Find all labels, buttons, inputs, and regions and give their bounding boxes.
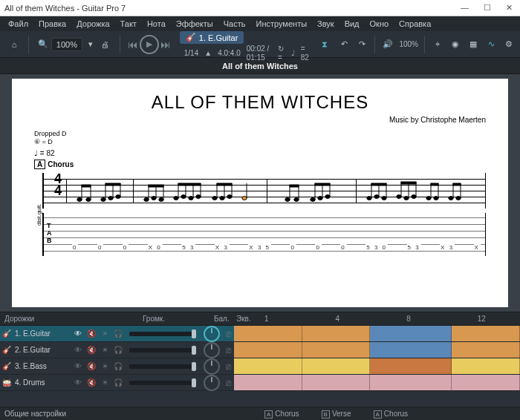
solo-icon[interactable]: ☀: [98, 329, 111, 338]
headphone-icon[interactable]: 🎧: [111, 362, 125, 370]
mute-icon[interactable]: 🔇: [85, 362, 98, 370]
headphone-icon[interactable]: 🎧: [111, 329, 125, 338]
menu-file[interactable]: Файл: [3, 18, 33, 30]
volume-slider[interactable]: [129, 381, 196, 385]
skip-back-button[interactable]: ⏮: [128, 39, 138, 50]
notation-staff[interactable]: 44: [42, 173, 486, 209]
eq-sliders-icon[interactable]: ⎚: [226, 361, 231, 372]
track-row[interactable]: 🎸1. E.Guitar👁🔇☀🎧⎚: [0, 326, 520, 342]
close-button[interactable]: ✕: [503, 3, 516, 13]
section-label[interactable]: AChorus: [264, 410, 299, 418]
maximize-button[interactable]: ☐: [481, 3, 494, 13]
balance-knob[interactable]: [204, 358, 220, 375]
home-icon[interactable]: ⌂: [7, 38, 21, 51]
hourglass-icon[interactable]: ⧗: [318, 38, 331, 51]
song-title: ALL OF THEM WITCHES: [34, 92, 486, 113]
headphone-icon[interactable]: 🎧: [111, 346, 125, 354]
menu-edit[interactable]: Правка: [33, 18, 71, 30]
eq-sliders-icon[interactable]: ⎚: [226, 329, 231, 339]
svg-point-60: [412, 195, 416, 199]
tab-staff[interactable]: T A B 000X 05 3X 3X 3 50005 3 05 3X 3X: [42, 213, 486, 256]
svg-point-7: [108, 197, 113, 200]
eq-sliders-icon[interactable]: ⎚: [226, 378, 231, 388]
section-label[interactable]: AChorus: [374, 410, 409, 418]
menu-note[interactable]: Нота: [142, 18, 171, 30]
svg-rect-34: [217, 183, 232, 186]
svg-rect-55: [371, 183, 386, 186]
general-settings-button[interactable]: Общие настройки: [0, 410, 261, 418]
track-timeline[interactable]: [234, 375, 520, 390]
solo-icon[interactable]: ☀: [98, 378, 111, 387]
zoom-level[interactable]: 100%: [51, 38, 82, 51]
menu-window[interactable]: Окно: [365, 18, 394, 30]
svg-point-49: [367, 197, 371, 200]
visibility-icon[interactable]: 👁: [71, 346, 85, 354]
undo-icon[interactable]: ↶: [337, 38, 351, 51]
volume-slider[interactable]: [129, 332, 196, 336]
solo-icon[interactable]: ☀: [98, 362, 111, 370]
chevron-down-icon[interactable]: ▾: [84, 38, 97, 51]
instrument-label: dist.guit.: [34, 173, 42, 256]
settings-icon[interactable]: ⚙: [502, 38, 516, 51]
volume-slider[interactable]: [129, 364, 196, 369]
balance-knob[interactable]: [204, 375, 220, 391]
track-timeline[interactable]: [234, 326, 520, 341]
track-timeline[interactable]: [234, 358, 520, 374]
eq-sliders-icon[interactable]: ⎚: [226, 345, 231, 355]
menu-tools[interactable]: Инструменты: [250, 18, 312, 30]
menu-track[interactable]: Дорожка: [71, 18, 114, 30]
track-row[interactable]: 🥁4. Drums👁🔇☀🎧⎚: [0, 375, 520, 391]
volume-slider[interactable]: [129, 348, 196, 352]
balance-knob[interactable]: [204, 342, 220, 358]
zoom-search-icon[interactable]: 🔍: [36, 38, 50, 51]
menu-help[interactable]: Справка: [394, 18, 436, 30]
picker-icon[interactable]: ⌖: [431, 38, 444, 51]
metronome-icon[interactable]: ▲: [204, 49, 212, 58]
track-row[interactable]: 🎸3. E.Bass👁🔇☀🎧⎚: [0, 358, 520, 375]
bar-position: 1/14: [184, 49, 198, 58]
redo-icon[interactable]: ↷: [355, 38, 368, 51]
track-row[interactable]: 🎸2. E.Guitar👁🔇☀🎧⎚: [0, 342, 520, 358]
tab-label: T A B: [47, 222, 52, 244]
note-icon: ♩: [291, 49, 295, 58]
svg-point-5: [101, 198, 105, 202]
tuner-icon[interactable]: ◉: [449, 38, 462, 51]
visibility-icon[interactable]: 👁: [71, 378, 85, 387]
current-track-pill[interactable]: 🎸 1. E.Guitar: [180, 31, 244, 44]
mute-icon[interactable]: 🔇: [85, 329, 98, 338]
play-button[interactable]: ▶: [140, 35, 159, 54]
balance-knob[interactable]: [204, 326, 220, 342]
svg-rect-4: [82, 185, 91, 187]
solo-icon[interactable]: ☀: [98, 346, 111, 354]
mute-icon[interactable]: 🔇: [85, 378, 98, 387]
col-balance: Бал.: [209, 315, 232, 323]
tab-numbers: 000X 05 3X 3X 3 50005 3 05 3X 3X: [72, 244, 481, 251]
skip-fwd-button[interactable]: ⏭: [160, 39, 171, 50]
track-timeline[interactable]: [234, 342, 520, 358]
print-icon[interactable]: 🖨: [99, 38, 112, 51]
svg-rect-62: [401, 182, 416, 184]
svg-point-70: [456, 197, 461, 200]
score-page[interactable]: ALL OF THEM WITCHES Music by Christophe …: [12, 79, 508, 307]
fretboard-icon[interactable]: ▦: [467, 38, 480, 51]
tuning-info: Dropped D ⑥ = D: [34, 130, 486, 146]
mute-icon[interactable]: 🔇: [85, 346, 98, 354]
menu-section[interactable]: Часть: [218, 18, 251, 30]
headphone-icon[interactable]: 🎧: [111, 378, 125, 387]
menu-sound[interactable]: Звук: [312, 18, 339, 30]
section-label[interactable]: BVerse: [322, 410, 351, 418]
visibility-icon[interactable]: 👁: [71, 362, 85, 370]
svg-point-14: [152, 197, 156, 200]
volume-percent: 100%: [399, 40, 418, 48]
menu-effects[interactable]: Эффекты: [171, 18, 218, 30]
menu-view[interactable]: Вид: [339, 18, 365, 30]
instrument-icon: 🎸: [0, 362, 13, 370]
minimize-button[interactable]: —: [458, 3, 472, 13]
menu-bar[interactable]: Такт: [115, 18, 142, 30]
svg-point-51: [374, 195, 379, 199]
svg-point-46: [325, 195, 330, 199]
speaker-icon[interactable]: 🔊: [381, 38, 394, 51]
visibility-icon[interactable]: 👁: [71, 329, 85, 338]
waveform-icon[interactable]: ∿: [484, 38, 498, 51]
svg-rect-27: [178, 183, 201, 186]
